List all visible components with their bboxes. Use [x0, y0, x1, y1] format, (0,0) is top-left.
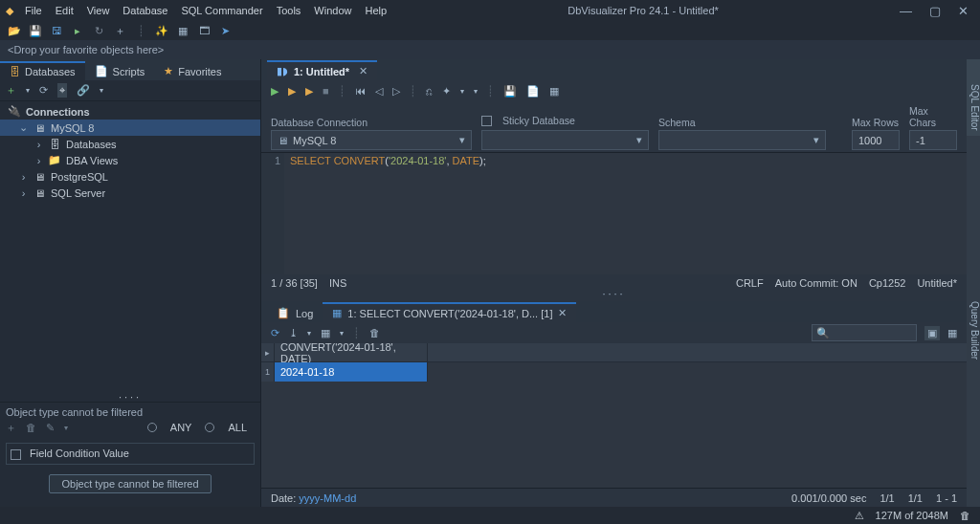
checkbox-fcv[interactable] [11, 449, 21, 460]
trash-icon[interactable]: 🗑 [26, 422, 36, 433]
splitter-dots-icon[interactable]: ···· [0, 394, 260, 402]
export-icon[interactable]: ⤓ [289, 327, 298, 339]
chevron-down-icon[interactable]: ▾ [307, 329, 311, 338]
tree-node[interactable]: ›🗄Databases [0, 136, 260, 152]
refresh-icon[interactable]: ⟳ [39, 84, 48, 97]
sidebar-query-builder[interactable]: Query Builder [967, 136, 980, 507]
twisty-icon[interactable]: › [19, 171, 28, 183]
stop-icon[interactable]: ↻ [92, 24, 105, 37]
save-icon[interactable]: 💾 [29, 24, 42, 37]
pencil-icon[interactable]: ✎ [46, 422, 55, 434]
close-icon[interactable]: ✕ [958, 5, 969, 17]
stop-icon[interactable]: ■ [323, 85, 329, 97]
arrow-icon[interactable]: ➤ [218, 24, 232, 37]
skip-back-icon[interactable]: ⏮ [355, 85, 366, 97]
chevron-down-icon[interactable]: ▾ [459, 134, 465, 146]
open-icon[interactable]: 📄 [526, 85, 540, 98]
code-area[interactable]: SELECT CONVERT('2024-01-18', DATE); [284, 153, 492, 274]
twisty-icon[interactable]: ⌄ [19, 121, 28, 134]
add-connection-icon[interactable]: ＋ [6, 83, 16, 98]
chevron-down-icon[interactable]: ▾ [340, 329, 344, 338]
funnel-icon[interactable]: ⌖ [57, 83, 67, 98]
config-icon[interactable]: ✦ [442, 85, 451, 98]
radio-any[interactable] [147, 423, 157, 432]
warning-icon[interactable]: ⚠ [855, 510, 864, 522]
result-grid[interactable]: ▸ CONVERT('2024-01-18', DATE) 1 2024-01-… [261, 343, 967, 488]
tab-log[interactable]: 📋 Log [267, 304, 323, 322]
link-icon[interactable]: 🔗 [77, 84, 90, 97]
menu-window[interactable]: Window [314, 5, 351, 16]
menu-sql-commander[interactable]: SQL Commander [181, 5, 262, 16]
connection-tree[interactable]: 🔌 Connections ⌄🖥MySQL 8›🗄Databases›📁DBA … [0, 101, 260, 394]
radio-all[interactable] [205, 423, 214, 432]
tree-node[interactable]: ›🖥SQL Server [0, 185, 260, 201]
tab-scripts[interactable]: 📄 Scripts [85, 62, 155, 80]
tab-databases[interactable]: 🗄 Databases [0, 61, 85, 80]
splitter-dots-icon[interactable]: ···· [261, 292, 967, 301]
format-icon[interactable]: ▦ [549, 85, 559, 98]
grid-mode-icon[interactable]: ▦ [947, 327, 957, 339]
play-group-icon[interactable]: ▶ [288, 85, 296, 98]
window-icon[interactable]: 🗔 [197, 24, 211, 37]
maximize-icon[interactable]: ▢ [929, 5, 941, 17]
chevron-down-icon[interactable]: ▾ [100, 86, 103, 95]
refresh-icon[interactable]: ⟳ [271, 327, 279, 339]
tree-node[interactable]: ⌄🖥MySQL 8 [0, 120, 260, 136]
chevron-down-icon[interactable]: ▾ [64, 424, 68, 432]
close-tab-icon[interactable]: ✕ [558, 307, 567, 319]
sticky-db-select[interactable]: ▾ [481, 130, 649, 150]
play-icon[interactable]: ▶ [271, 85, 278, 98]
memory-usage: 127M of 2048M [876, 510, 948, 521]
tree-node[interactable]: ›🖥PostgreSQL [0, 168, 260, 185]
maximize-icon[interactable]: ▣ [924, 326, 940, 340]
twisty-icon[interactable]: › [19, 187, 28, 199]
menu-file[interactable]: File [25, 5, 42, 16]
tab-favorites[interactable]: ★ Favorites [154, 62, 231, 80]
minimize-icon[interactable]: — [900, 5, 912, 17]
magic-icon[interactable]: ✨ [155, 24, 168, 37]
result-cell[interactable]: 2024-01-18 [275, 362, 428, 382]
menu-help[interactable]: Help [365, 5, 387, 16]
sidebar-sql-editor[interactable]: SQL Editor [967, 59, 980, 136]
folder-open-icon[interactable]: 📂 [8, 24, 21, 37]
chevron-down-icon[interactable]: ▾ [460, 87, 464, 96]
result-search-input[interactable]: 🔍 [812, 324, 917, 341]
db-connection-select[interactable]: 🖥MySQL 8 ▾ [271, 130, 472, 150]
menu-database[interactable]: Database [122, 5, 167, 16]
twisty-icon[interactable]: › [34, 139, 43, 150]
favorites-drop-strip[interactable]: <Drop your favorite objects here> [0, 40, 980, 59]
menu-tools[interactable]: Tools [277, 5, 301, 16]
twisty-icon[interactable]: › [34, 155, 43, 166]
tab-result[interactable]: ▦ 1: SELECT CONVERT('2024-01-18', D... [… [323, 302, 576, 322]
run-icon[interactable]: ▸ [71, 24, 84, 37]
gc-icon[interactable]: 🗑 [960, 510, 970, 521]
column-header[interactable]: CONVERT('2024-01-18', DATE) [275, 343, 428, 361]
grid-icon[interactable]: ▦ [176, 24, 189, 37]
plus-icon[interactable]: ＋ [6, 421, 16, 435]
chevron-down-icon[interactable]: ▾ [474, 87, 478, 96]
tab-untitled[interactable]: ▮◗ 1: Untitled* ✕ [267, 60, 377, 80]
close-tab-icon[interactable]: ✕ [359, 65, 368, 77]
sticky-checkbox[interactable] [481, 116, 492, 126]
maxchars-input[interactable]: -1 [909, 130, 957, 150]
chevron-down-icon[interactable]: ▾ [813, 134, 819, 146]
branch-icon[interactable]: ⎌ [426, 85, 433, 97]
chevron-down-icon[interactable]: ▾ [636, 134, 642, 146]
date-format[interactable]: yyyy-MM-dd [299, 492, 356, 504]
tree-node[interactable]: ›📁DBA Views [0, 152, 260, 168]
save-icon[interactable]: 💾 [503, 85, 517, 98]
save-all-icon[interactable]: 🖫 [50, 24, 63, 37]
maxrows-input[interactable]: 1000 [852, 130, 900, 150]
menu-edit[interactable]: Edit [56, 5, 74, 16]
sql-editor[interactable]: 1 SELECT CONVERT('2024-01-18', DATE); [261, 152, 967, 274]
trash-icon[interactable]: 🗑 [369, 327, 380, 338]
schema-select[interactable]: ▾ [658, 130, 826, 150]
plus-icon[interactable]: ＋ [113, 24, 126, 37]
menu-view[interactable]: View [87, 5, 110, 16]
chevron-down-icon[interactable]: ▾ [26, 86, 30, 95]
back-icon[interactable]: ◁ [375, 85, 383, 98]
table-row[interactable]: 1 2024-01-18 [261, 362, 967, 382]
grid-icon[interactable]: ▦ [321, 327, 330, 339]
fwd-icon[interactable]: ▷ [392, 85, 400, 98]
play-file-icon[interactable]: ▶ [305, 85, 313, 98]
